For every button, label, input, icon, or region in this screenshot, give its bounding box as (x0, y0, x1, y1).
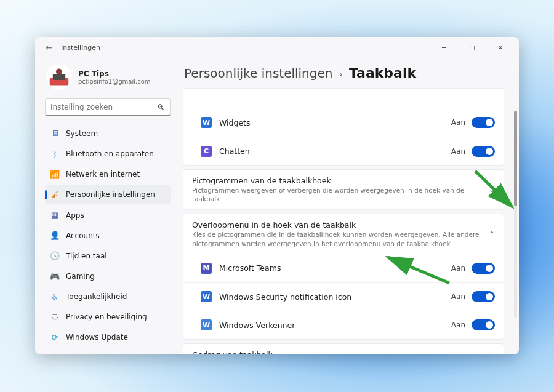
profile-name: PC Tips (78, 70, 151, 78)
toggle-row: C Chatten Aan (183, 137, 504, 165)
profile-email: pctipsinfo1@gmail.com (78, 78, 151, 85)
sidebar-item-wifi[interactable]: 📶Netwerk en internet (45, 165, 171, 184)
row-label: Windows Verkenner (219, 321, 451, 330)
section-title: Overloopmenu in de hoek van de taakbalk (192, 220, 484, 230)
content-pane: Persoonlijke instellingen › Taakbalk W W… (178, 58, 519, 354)
chevron-up-icon[interactable]: ⌃ (489, 230, 495, 239)
taskbar-items-card: W Widgets Aan C Chatten Aan (183, 88, 504, 166)
toggle-row: W Windows Verkenner Aan (183, 311, 504, 339)
toggle-state-label: Aan (451, 118, 465, 127)
sidebar-item-brush[interactable]: 🖌Persoonlijke instellingen (45, 185, 171, 204)
maximize-button[interactable]: ▢ (459, 39, 486, 55)
sidebar-item-clock[interactable]: 🕓Tijd en taal (45, 246, 171, 265)
section-subtitle: Kies de pictogrammen die in de taakbalkh… (192, 230, 484, 247)
apps-icon: ▦ (50, 210, 60, 220)
sidebar-item-person[interactable]: 👤Accounts (45, 226, 171, 245)
chevron-down-icon[interactable]: ⌄ (489, 185, 495, 194)
toggle-state-label: Aan (451, 147, 465, 156)
sidebar-item-monitor[interactable]: 🖥Systeem (45, 124, 171, 143)
sidebar-item-bluetooth[interactable]: ᛒBluetooth en apparaten (45, 144, 171, 163)
close-button[interactable]: ✕ (487, 39, 514, 55)
sidebar-item-apps[interactable]: ▦Apps (45, 206, 171, 225)
app-icon: M (201, 263, 212, 274)
sidebar-item-label: Accounts (66, 231, 100, 240)
profile[interactable]: PC Tips pctipsinfo1@gmail.com (45, 62, 171, 98)
sidebar-item-label: Apps (66, 211, 84, 220)
scrollbar-track[interactable] (514, 111, 517, 318)
row-label: Microsoft Teams (219, 263, 451, 273)
breadcrumb-parent[interactable]: Persoonlijke instellingen (184, 66, 332, 81)
toggle-switch[interactable] (472, 263, 495, 274)
sidebar-item-update[interactable]: ⟳Windows Update (45, 328, 171, 347)
svg-point-2 (56, 68, 62, 74)
sidebar-item-label: Netwerk en internet (66, 170, 140, 178)
bluetooth-icon: ᛒ (50, 149, 60, 159)
titlebar: ← Instellingen ─ ▢ ✕ (35, 37, 519, 58)
app-icon: W (201, 291, 212, 302)
settings-window: ← Instellingen ─ ▢ ✕ PC Tips pctipsinfo1… (35, 37, 519, 354)
sidebar-item-label: Toegankelijkheid (66, 292, 127, 301)
toggle-switch[interactable] (472, 291, 495, 302)
toggle-row: M Microsoft Teams Aan (183, 254, 504, 282)
toggle-row: W Windows Security notification icon Aan (183, 282, 504, 311)
sidebar: PC Tips pctipsinfo1@gmail.com 🔍︎ 🖥Systee… (35, 58, 178, 354)
toggle-state-label: Aan (451, 292, 465, 301)
sidebar-item-label: Systeem (66, 129, 98, 138)
wifi-icon: 📶 (50, 169, 60, 179)
window-title: Instellingen (61, 44, 100, 52)
sidebar-item-label: Gaming (66, 272, 95, 281)
minimize-button[interactable]: ─ (430, 39, 457, 55)
chevron-right-icon: › (339, 68, 342, 80)
person-icon: 👤 (50, 231, 60, 241)
corner-icons-card[interactable]: Pictogrammen van de taakbalkhoek Pictogr… (183, 169, 504, 210)
app-icon: C (201, 146, 212, 157)
toggle-row: W Widgets Aan (183, 108, 504, 137)
search-icon: 🔍︎ (157, 103, 165, 112)
app-icon: W (201, 117, 212, 128)
toggle-switch[interactable] (472, 117, 495, 128)
row-label: Chatten (219, 146, 451, 156)
section-subtitle: Pictogrammen weergeven of verbergen die … (192, 186, 484, 203)
sidebar-nav: 🖥SysteemᛒBluetooth en apparaten📶Netwerk … (45, 124, 171, 347)
breadcrumb-current: Taakbalk (349, 65, 416, 81)
update-icon: ⟳ (50, 332, 60, 342)
toggle-state-label: Aan (451, 264, 465, 273)
sidebar-item-label: Privacy en beveiliging (66, 313, 147, 321)
overflow-menu-card: Overloopmenu in de hoek van de taakbalk … (183, 214, 504, 339)
section-title: Gedrag van taakbalk (192, 350, 484, 354)
sidebar-item-shield[interactable]: 🛡Privacy en beveiliging (45, 308, 171, 327)
monitor-icon: 🖥 (50, 129, 60, 138)
search-box[interactable]: 🔍︎ (45, 98, 171, 116)
brush-icon: 🖌 (50, 190, 60, 199)
sidebar-item-label: Tijd en taal (66, 252, 107, 260)
shield-icon: 🛡 (50, 312, 60, 322)
sidebar-item-label: Bluetooth en apparaten (66, 150, 154, 158)
access-icon: ♿ (50, 292, 60, 302)
app-icon: W (201, 319, 212, 330)
avatar (46, 64, 72, 90)
search-input[interactable] (50, 103, 155, 111)
section-title: Pictogrammen van de taakbalkhoek (192, 176, 484, 185)
clock-icon: 🕓 (50, 251, 60, 261)
row-label: Windows Security notification icon (219, 292, 451, 302)
scrollbar-thumb[interactable] (514, 111, 517, 206)
game-icon: 🎮 (50, 271, 60, 281)
overflow-header[interactable]: Overloopmenu in de hoek van de taakbalk … (183, 214, 504, 254)
row-label: Widgets (219, 118, 451, 127)
toggle-switch[interactable] (472, 146, 495, 157)
taskbar-behavior-card[interactable]: Gedrag van taakbalk Taakbalkuitlijning, … (183, 343, 504, 354)
sidebar-item-access[interactable]: ♿Toegankelijkheid (45, 287, 171, 306)
sidebar-item-label: Windows Update (66, 333, 128, 342)
toggle-switch[interactable] (472, 319, 495, 330)
breadcrumb: Persoonlijke instellingen › Taakbalk (183, 62, 504, 88)
taskbar-item-row (183, 89, 504, 108)
toggle-state-label: Aan (451, 321, 465, 329)
sidebar-item-game[interactable]: 🎮Gaming (45, 266, 171, 286)
back-button[interactable]: ← (41, 39, 57, 55)
sidebar-item-label: Persoonlijke instellingen (66, 190, 155, 199)
